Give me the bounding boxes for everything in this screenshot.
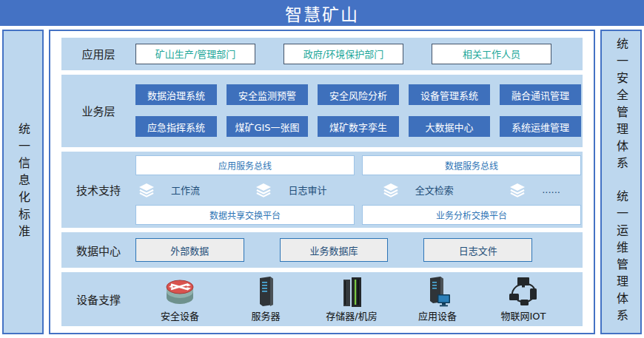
layers-icon	[138, 183, 155, 197]
business-layer-band: 业务层 数据治理系统 安全监测预警 安全风险分析 设备管理系统 融合通讯管理 应…	[61, 75, 583, 148]
equipment-label: 设备支撑	[61, 291, 135, 307]
iot-network-icon	[506, 275, 541, 308]
storage-rack-icon	[334, 275, 369, 308]
middleware-label: ......	[542, 184, 560, 195]
service-bus-row: 应用服务总线 数据服务总线	[135, 155, 583, 175]
equipment-item: 安全设备	[141, 275, 218, 322]
firewall-device-icon	[162, 275, 198, 308]
architecture-main: 应用层 矿山生产/管理部门 政府/环境保护部门 相关工作人员 业务层 数据治理系…	[49, 30, 595, 334]
equipment-item: 应用设备	[399, 275, 476, 322]
business-item: 安全监测预警	[227, 84, 308, 105]
middleware-item: 工作流	[138, 183, 200, 197]
right-sidebar: 统一安全管理体系 统一运维管理体系	[600, 30, 642, 334]
business-item: 煤矿数字孪生	[318, 116, 399, 137]
server-icon	[248, 275, 284, 308]
tech-support-label: 技术支持	[61, 182, 135, 197]
business-row-1: 数据治理系统 安全监测预警 安全风险分析 设备管理系统 融合通讯管理	[135, 84, 583, 105]
equipment-item-label: 物联网IOT	[500, 308, 546, 322]
data-center-items: 外部数据 业务数据库 日志文件	[135, 238, 583, 262]
business-item: 应急指挥系统	[135, 116, 217, 137]
diagram-frame: 统一信息化标准 应用层 矿山生产/管理部门 政府/环境保护部门 相关工作人员 业…	[0, 30, 644, 334]
business-row-2: 应急指挥系统 煤矿GIS一张图 煤矿数字孪生 大数据中心 系统运维管理	[135, 116, 583, 137]
business-item: 设备管理系统	[409, 84, 490, 105]
data-center-label: 数据中心	[61, 243, 135, 258]
middleware-label: 全文检索	[415, 183, 454, 197]
equipment-item-label: 服务器	[251, 308, 280, 322]
application-item: 相关工作人员	[432, 44, 551, 64]
data-center-item: 业务数据库	[280, 238, 389, 262]
left-sidebar: 统一信息化标准	[2, 30, 44, 334]
business-layer-items: 数据治理系统 安全监测预警 安全风险分析 设备管理系统 融合通讯管理 应急指挥系…	[135, 84, 583, 137]
tech-support-band: 技术支持 应用服务总线 数据服务总线 工作流 日志审计	[61, 152, 583, 228]
data-center-item: 日志文件	[423, 238, 532, 262]
platform-row: 数据共享交换平台 业务分析交换平台	[135, 205, 583, 225]
equipment-items: 安全设备 服务器	[135, 275, 583, 322]
service-bus: 数据服务总线	[362, 155, 581, 175]
equipment-item: 物联网IOT	[485, 275, 562, 322]
business-item: 数据治理系统	[135, 84, 217, 105]
application-item: 矿山生产/管理部门	[135, 44, 255, 64]
middleware-item: 全文检索	[383, 183, 454, 197]
equipment-item-label: 存储器/机房	[326, 308, 377, 322]
platform-box: 业务分析交换平台	[362, 205, 581, 225]
middleware-item: 日志审计	[255, 183, 326, 197]
layers-icon	[255, 183, 272, 197]
equipment-item: 服务器	[227, 275, 304, 322]
business-item: 大数据中心	[409, 116, 490, 137]
data-center-band: 数据中心 外部数据 业务数据库 日志文件	[61, 232, 583, 267]
application-layer-band: 应用层 矿山生产/管理部门 政府/环境保护部门 相关工作人员	[61, 38, 583, 70]
business-item: 煤矿GIS一张图	[227, 116, 308, 137]
equipment-item-label: 安全设备	[161, 308, 199, 322]
tech-support-items: 应用服务总线 数据服务总线 工作流 日志审计 全文检索	[135, 155, 583, 225]
left-sidebar-label: 统一信息化标准	[17, 123, 29, 242]
title-banner: 智慧矿山	[0, 0, 644, 26]
layers-icon	[509, 183, 526, 197]
middleware-row: 工作流 日志审计 全文检索 ......	[135, 183, 583, 197]
middleware-item: ......	[509, 183, 560, 197]
equipment-item: 存储器/机房	[313, 275, 390, 322]
application-device-icon	[420, 275, 455, 308]
service-bus: 应用服务总线	[135, 155, 355, 175]
business-item: 安全风险分析	[318, 84, 399, 105]
layers-icon	[383, 183, 399, 197]
equipment-item-label: 应用设备	[418, 308, 457, 322]
data-center-item: 外部数据	[135, 238, 244, 262]
business-layer-label: 业务层	[61, 103, 135, 118]
right-sidebar-label-bottom: 统一运维管理体系	[615, 190, 627, 326]
middleware-label: 日志审计	[288, 183, 326, 197]
application-layer-label: 应用层	[61, 46, 135, 61]
platform-box: 数据共享交换平台	[135, 205, 355, 225]
equipment-band: 设备支撑 安全设备	[61, 272, 583, 326]
business-item: 融合通讯管理	[500, 84, 581, 105]
application-layer-items: 矿山生产/管理部门 政府/环境保护部门 相关工作人员	[135, 44, 583, 64]
right-sidebar-label-top: 统一安全管理体系	[615, 38, 627, 174]
middleware-label: 工作流	[171, 183, 200, 197]
page-title: 智慧矿山	[285, 1, 359, 26]
application-item: 政府/环境保护部门	[284, 44, 403, 64]
business-item: 系统运维管理	[500, 116, 581, 137]
